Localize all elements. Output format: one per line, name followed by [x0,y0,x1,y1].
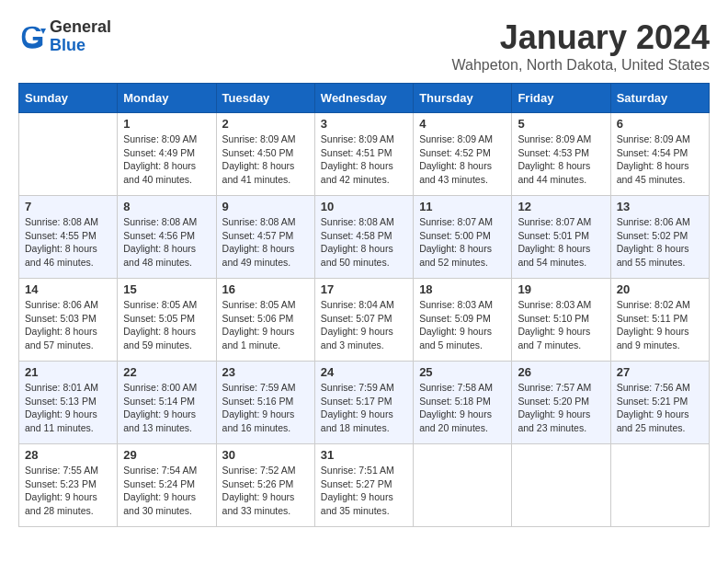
day-number: 6 [617,117,703,131]
calendar-day-cell: 19Sunrise: 8:03 AMSunset: 5:10 PMDayligh… [512,279,610,362]
day-number: 4 [419,117,506,131]
calendar-day-cell: 21Sunrise: 8:01 AMSunset: 5:13 PMDayligh… [19,362,118,444]
day-number: 2 [222,117,309,131]
calendar-day-cell: 26Sunrise: 7:57 AMSunset: 5:20 PMDayligh… [512,362,610,444]
calendar-day-cell: 24Sunrise: 7:59 AMSunset: 5:17 PMDayligh… [314,362,413,444]
calendar-week-row: 1Sunrise: 8:09 AMSunset: 4:49 PMDaylight… [19,113,710,196]
calendar-week-row: 7Sunrise: 8:08 AMSunset: 4:55 PMDaylight… [19,196,710,279]
calendar-day-cell: 11Sunrise: 8:07 AMSunset: 5:00 PMDayligh… [414,196,512,279]
calendar-day-cell: 23Sunrise: 7:59 AMSunset: 5:16 PMDayligh… [216,362,314,444]
day-info: Sunrise: 7:54 AMSunset: 5:24 PMDaylight:… [123,464,210,518]
day-number: 19 [518,282,604,296]
calendar-day-cell: 27Sunrise: 7:56 AMSunset: 5:21 PMDayligh… [610,362,709,444]
day-info: Sunrise: 7:59 AMSunset: 5:16 PMDaylight:… [222,381,309,435]
day-info: Sunrise: 8:09 AMSunset: 4:54 PMDaylight:… [617,132,703,187]
calendar-day-cell: 8Sunrise: 8:08 AMSunset: 4:56 PMDaylight… [118,196,216,279]
day-number: 7 [25,200,111,213]
day-number: 9 [222,200,309,213]
day-number: 22 [123,365,210,379]
logo-text: General Blue [50,18,111,55]
day-info: Sunrise: 7:57 AMSunset: 5:20 PMDaylight:… [518,381,604,435]
day-info: Sunrise: 7:52 AMSunset: 5:26 PMDaylight:… [222,464,309,518]
logo-icon [18,23,46,51]
calendar-day-cell: 13Sunrise: 8:06 AMSunset: 5:02 PMDayligh… [610,196,709,279]
day-info: Sunrise: 7:55 AMSunset: 5:23 PMDaylight:… [25,464,111,518]
day-number: 29 [123,448,210,462]
day-number: 8 [123,200,210,213]
day-info: Sunrise: 8:00 AMSunset: 5:14 PMDaylight:… [123,381,210,435]
weekday-header-row: SundayMondayTuesdayWednesdayThursdayFrid… [19,84,710,113]
day-number: 28 [25,448,111,462]
weekday-header-cell: Sunday [19,84,118,113]
day-number: 11 [419,200,506,213]
day-number: 26 [518,365,604,379]
svg-marker-0 [40,29,46,34]
calendar-week-row: 14Sunrise: 8:06 AMSunset: 5:03 PMDayligh… [19,279,710,362]
calendar-week-row: 21Sunrise: 8:01 AMSunset: 5:13 PMDayligh… [19,362,710,444]
day-number: 1 [123,117,210,131]
logo: General Blue [18,18,111,55]
day-number: 31 [321,448,407,462]
day-info: Sunrise: 8:09 AMSunset: 4:49 PMDaylight:… [123,132,210,187]
calendar-day-cell: 1Sunrise: 8:09 AMSunset: 4:49 PMDaylight… [118,113,216,196]
weekday-header-cell: Thursday [414,84,512,113]
day-info: Sunrise: 8:01 AMSunset: 5:13 PMDaylight:… [25,381,111,435]
weekday-header-cell: Friday [512,84,610,113]
day-info: Sunrise: 8:07 AMSunset: 5:01 PMDaylight:… [518,215,604,270]
day-info: Sunrise: 7:51 AMSunset: 5:27 PMDaylight:… [321,464,407,518]
calendar-day-cell: 4Sunrise: 8:09 AMSunset: 4:52 PMDaylight… [414,113,512,196]
calendar-body: 1Sunrise: 8:09 AMSunset: 4:49 PMDaylight… [19,113,710,527]
day-number: 20 [617,282,703,296]
calendar-day-cell: 20Sunrise: 8:02 AMSunset: 5:11 PMDayligh… [610,279,709,362]
weekday-header-cell: Wednesday [314,84,413,113]
day-info: Sunrise: 8:08 AMSunset: 4:56 PMDaylight:… [123,215,210,270]
weekday-header-cell: Monday [118,84,216,113]
day-info: Sunrise: 8:06 AMSunset: 5:02 PMDaylight:… [617,215,703,270]
day-info: Sunrise: 8:09 AMSunset: 4:52 PMDaylight:… [419,132,506,187]
day-info: Sunrise: 8:06 AMSunset: 5:03 PMDaylight:… [25,298,111,352]
month-title: January 2024 [452,18,710,57]
calendar-day-cell: 6Sunrise: 8:09 AMSunset: 4:54 PMDaylight… [610,113,709,196]
day-number: 27 [617,365,703,379]
calendar-day-cell: 12Sunrise: 8:07 AMSunset: 5:01 PMDayligh… [512,196,610,279]
calendar-table: SundayMondayTuesdayWednesdayThursdayFrid… [18,83,710,527]
day-info: Sunrise: 8:05 AMSunset: 5:06 PMDaylight:… [222,298,309,352]
day-number: 25 [419,365,506,379]
calendar-day-cell: 5Sunrise: 8:09 AMSunset: 4:53 PMDaylight… [512,113,610,196]
day-info: Sunrise: 8:09 AMSunset: 4:50 PMDaylight:… [222,132,309,187]
calendar-day-cell: 16Sunrise: 8:05 AMSunset: 5:06 PMDayligh… [216,279,314,362]
title-section: January 2024 Wahpeton, North Dakota, Uni… [452,18,710,74]
calendar-day-cell: 30Sunrise: 7:52 AMSunset: 5:26 PMDayligh… [216,444,314,527]
day-number: 14 [25,282,111,296]
day-number: 12 [518,200,604,213]
calendar-day-cell: 18Sunrise: 8:03 AMSunset: 5:09 PMDayligh… [414,279,512,362]
calendar-day-cell: 9Sunrise: 8:08 AMSunset: 4:57 PMDaylight… [216,196,314,279]
day-number: 16 [222,282,309,296]
calendar-day-cell: 10Sunrise: 8:08 AMSunset: 4:58 PMDayligh… [314,196,413,279]
day-info: Sunrise: 8:04 AMSunset: 5:07 PMDaylight:… [321,298,407,352]
day-info: Sunrise: 8:09 AMSunset: 4:51 PMDaylight:… [321,132,407,187]
calendar-day-cell [414,444,512,527]
weekday-header-cell: Saturday [610,84,709,113]
day-number: 15 [123,282,210,296]
calendar-day-cell: 29Sunrise: 7:54 AMSunset: 5:24 PMDayligh… [118,444,216,527]
calendar-day-cell: 7Sunrise: 8:08 AMSunset: 4:55 PMDaylight… [19,196,118,279]
calendar-day-cell [512,444,610,527]
day-number: 23 [222,365,309,379]
calendar-week-row: 28Sunrise: 7:55 AMSunset: 5:23 PMDayligh… [19,444,710,527]
page-header: General Blue January 2024 Wahpeton, Nort… [18,18,710,74]
day-info: Sunrise: 7:59 AMSunset: 5:17 PMDaylight:… [321,381,407,435]
calendar-day-cell: 31Sunrise: 7:51 AMSunset: 5:27 PMDayligh… [314,444,413,527]
day-info: Sunrise: 8:08 AMSunset: 4:55 PMDaylight:… [25,215,111,270]
day-number: 5 [518,117,604,131]
calendar-day-cell: 14Sunrise: 8:06 AMSunset: 5:03 PMDayligh… [19,279,118,362]
calendar-day-cell: 3Sunrise: 8:09 AMSunset: 4:51 PMDaylight… [314,113,413,196]
day-number: 30 [222,448,309,462]
calendar-day-cell: 15Sunrise: 8:05 AMSunset: 5:05 PMDayligh… [118,279,216,362]
day-number: 10 [321,200,407,213]
calendar-day-cell: 2Sunrise: 8:09 AMSunset: 4:50 PMDaylight… [216,113,314,196]
day-info: Sunrise: 8:08 AMSunset: 4:58 PMDaylight:… [321,215,407,270]
day-number: 21 [25,365,111,379]
calendar-day-cell: 17Sunrise: 8:04 AMSunset: 5:07 PMDayligh… [314,279,413,362]
day-number: 17 [321,282,407,296]
